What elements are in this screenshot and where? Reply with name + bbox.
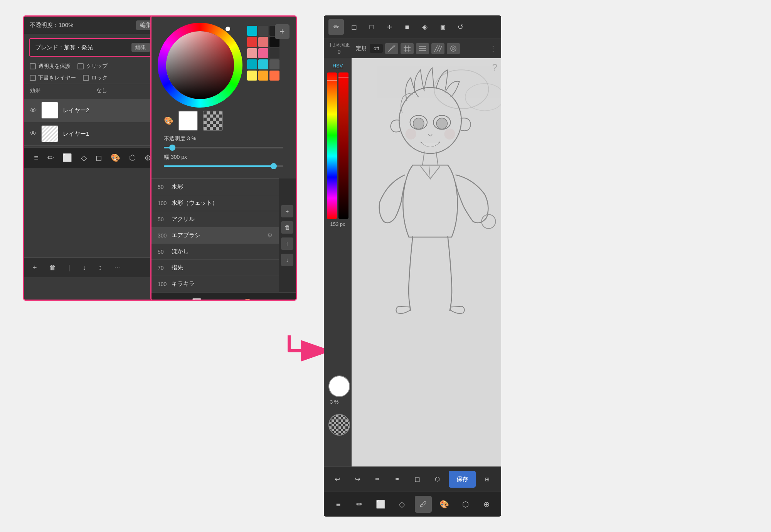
color-swatch[interactable] [258, 71, 268, 81]
opacity-slider[interactable] [164, 145, 283, 151]
draft-layer-option[interactable]: 下書きレイヤー [30, 74, 76, 81]
eraser-tool-button[interactable]: ◻ [346, 19, 362, 35]
slider-thumb[interactable] [271, 163, 277, 169]
blend-edit-button[interactable]: 編集 [131, 43, 150, 52]
eyedropper-icon[interactable]: 🎨 [164, 116, 173, 125]
ruler-grid-icon[interactable] [401, 43, 414, 54]
lasso-icon-bottom[interactable]: ◇ [394, 496, 411, 513]
ruler-horizontal-lines-icon[interactable] [416, 43, 429, 54]
saturation-bar[interactable] [338, 72, 348, 219]
ruler-off-button[interactable]: off [370, 44, 383, 53]
draft-checkbox[interactable] [30, 75, 36, 81]
layer-visibility-toggle[interactable]: 👁 [30, 106, 37, 114]
color-swatch[interactable] [247, 71, 257, 81]
lock-checkbox[interactable] [83, 75, 89, 81]
color-square-area[interactable] [166, 31, 234, 99]
move-brush-up-button[interactable]: ↑ [281, 237, 293, 250]
more-tools-icon[interactable]: ⊕ [276, 296, 289, 301]
canvas-area[interactable]: HSV 153 px 3 % ? [324, 58, 501, 466]
edit-icon-bottom[interactable]: ✏ [351, 496, 368, 513]
selection-icon[interactable]: ⬜ [189, 296, 205, 301]
move-brush-down-button[interactable]: ↓ [281, 254, 293, 266]
brush-icon[interactable]: 🖊 [223, 297, 237, 301]
color-swatch[interactable] [247, 26, 257, 36]
layers-icon[interactable]: ⬡ [260, 296, 273, 301]
clip-checkbox[interactable] [77, 63, 84, 69]
ruler-more-options[interactable]: ⋮ [490, 44, 497, 53]
layers-icon[interactable]: ⬡ [126, 152, 139, 164]
menu-icon[interactable]: ≡ [158, 297, 169, 301]
question-icon[interactable]: ? [492, 62, 497, 72]
transparent-color-preview[interactable] [203, 111, 223, 131]
draw-action-button[interactable]: ✒ [389, 471, 406, 488]
fill-tool-button[interactable]: ■ [399, 19, 415, 35]
selection-icon-bottom[interactable]: ⬜ [372, 496, 389, 513]
brush-item[interactable]: 70 指先 [152, 260, 279, 276]
slider-thumb[interactable] [169, 145, 175, 151]
color-swatch[interactable] [258, 59, 268, 69]
edit-icon[interactable]: ✏ [173, 296, 185, 301]
layer-item[interactable]: 👁 レイヤー2 ⚙ [24, 99, 161, 122]
color-swatch[interactable] [269, 71, 279, 81]
brush-icon-bottom[interactable]: 🖊 [415, 496, 432, 513]
add-layer-button[interactable]: + [30, 262, 40, 273]
hsv-mode-label[interactable]: HSV [331, 61, 345, 70]
color-swatch[interactable] [258, 48, 268, 58]
brush-item-selected[interactable]: 300 エアブラシ ⚙ [152, 227, 279, 244]
shape-tool-button[interactable]: ◈ [417, 19, 433, 35]
ruler-circle-icon[interactable] [447, 43, 460, 54]
clip-option[interactable]: クリップ [77, 63, 108, 70]
color-swatch[interactable] [258, 37, 268, 47]
brush-item[interactable]: 100 水彩（ウェット） [152, 195, 279, 211]
color-swatch[interactable] [247, 59, 257, 69]
color-icon-bottom[interactable]: 🎨 [436, 496, 453, 513]
brush-item[interactable]: 50 アクリル [152, 211, 279, 227]
color-icon[interactable]: 🎨 [241, 296, 256, 301]
erase-action-button[interactable]: ◻ [409, 471, 426, 488]
layer-more-button[interactable]: ⋯ [111, 262, 124, 273]
hue-bar[interactable] [327, 72, 337, 219]
layers-icon-bottom[interactable]: ⬡ [457, 496, 474, 513]
edit-icon[interactable]: ✏ [44, 152, 57, 164]
ruler-diagonal-icon[interactable] [431, 43, 444, 54]
color-swatch[interactable] [269, 59, 279, 69]
pencil-tool-button[interactable]: ✏ [328, 19, 344, 35]
color-swatch[interactable] [258, 26, 268, 36]
brush-settings-icon[interactable]: ⚙ [267, 232, 273, 239]
layer-item[interactable]: 👁 レイヤー1 [24, 122, 161, 146]
undo-button[interactable]: ↺ [453, 19, 468, 35]
filter-tool-button[interactable]: ▣ [435, 19, 450, 35]
brush-item[interactable]: 100 キラキラ [152, 276, 279, 292]
menu-icon-bottom[interactable]: ≡ [330, 496, 347, 513]
width-slider[interactable] [164, 163, 283, 169]
delete-layer-button[interactable]: 🗑 [46, 262, 59, 273]
layer-visibility-toggle[interactable]: 👁 [30, 130, 37, 138]
color-swatch[interactable] [247, 37, 257, 47]
ruler-line-icon[interactable] [385, 43, 398, 54]
undo-action-button[interactable]: ↩ [329, 471, 346, 488]
more-icon-bottom[interactable]: ⊕ [478, 496, 495, 513]
move-layer-updown-button[interactable]: ↕ [95, 262, 105, 273]
export-action-button[interactable]: ⬡ [429, 471, 446, 488]
protect-checkbox[interactable] [30, 63, 36, 69]
move-tool-button[interactable]: ✛ [382, 19, 397, 35]
protect-transparency-option[interactable]: 透明度を保護 [30, 63, 71, 70]
selection-tool-button[interactable]: □ [364, 19, 379, 35]
save-button[interactable]: 保存 [449, 471, 476, 488]
color-swatch[interactable] [269, 48, 279, 58]
color-icon[interactable]: 🎨 [108, 152, 123, 164]
white-color-preview[interactable] [178, 111, 198, 131]
redo-action-button[interactable]: ↪ [349, 471, 366, 488]
blend-mode-row[interactable]: ブレンド：加算・発光 編集 [29, 38, 156, 57]
color-wheel[interactable] [158, 23, 242, 108]
foreground-color-button[interactable] [328, 375, 350, 397]
lasso-icon[interactable]: ◇ [208, 296, 220, 301]
delete-brush-button[interactable]: 🗑 [281, 221, 293, 234]
brush-item[interactable]: 50 水彩 [152, 179, 279, 195]
lock-option[interactable]: ロック [83, 74, 108, 81]
help-button[interactable]: ? [492, 62, 497, 73]
brush-item[interactable]: 50 ぼかし [152, 244, 279, 260]
menu-icon[interactable]: ≡ [31, 152, 42, 164]
add-brush-button[interactable]: + [281, 205, 293, 217]
eyedropper-action-button[interactable]: ✏ [369, 471, 386, 488]
